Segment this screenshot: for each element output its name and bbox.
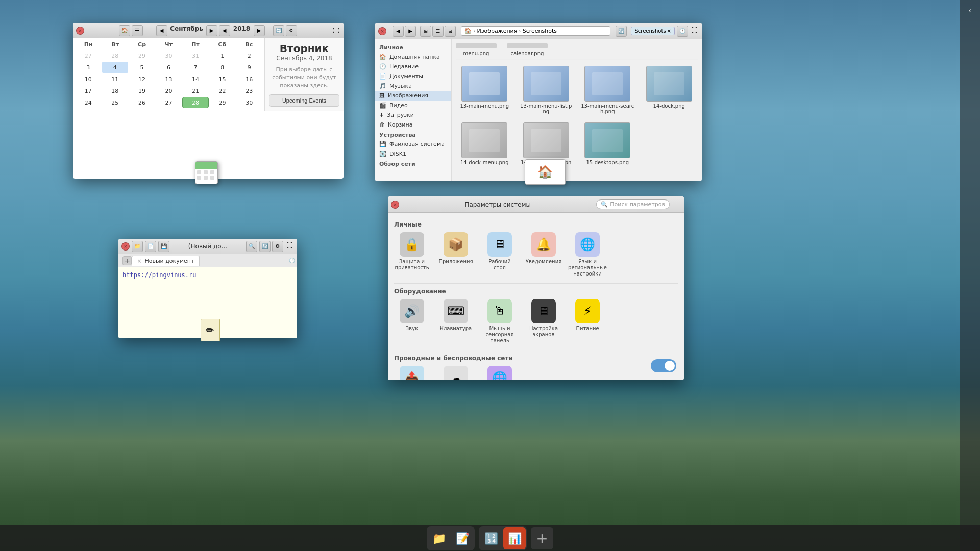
settings-close-btn[interactable]: × <box>391 201 399 209</box>
calendar-desktop-icon[interactable] <box>195 161 218 184</box>
list-item[interactable]: calendar.png <box>507 43 548 56</box>
fm-list-view-btn[interactable]: ☰ <box>432 26 444 37</box>
cal-day[interactable]: 11 <box>102 73 129 85</box>
toggle-switch[interactable] <box>651 359 676 372</box>
cal-day[interactable]: 31 <box>182 50 209 61</box>
fm-maximize-btn[interactable]: ⛶ <box>690 26 699 35</box>
editor-close-btn[interactable]: × <box>121 242 130 251</box>
list-item[interactable]: menu.png <box>456 43 497 56</box>
cal-nav-next-month[interactable]: ▶ <box>206 25 217 36</box>
fm-item-downloads[interactable]: ⬇ Загрузки <box>375 110 451 120</box>
cal-day[interactable]: 13 <box>156 73 182 85</box>
cal-day[interactable]: 16 <box>236 73 262 85</box>
cal-day[interactable]: 21 <box>182 85 209 96</box>
editor-desktop-icon[interactable]: ✏️ <box>199 319 222 344</box>
editor-new-btn[interactable]: 📄 <box>145 241 156 252</box>
editor-maximize-btn[interactable]: ⛶ <box>285 241 294 250</box>
settings-item-network[interactable]: 🌐 Сеть <box>482 366 518 380</box>
editor-files-btn[interactable]: 📁 <box>132 241 143 252</box>
list-item[interactable]: 15-desktops.png <box>579 120 636 173</box>
settings-maximize-btn[interactable]: ⛶ <box>672 200 681 209</box>
settings-item-mouse[interactable]: 🖱 Мышь и сенсорная панель <box>482 299 518 344</box>
cal-day[interactable]: 28 <box>102 50 129 61</box>
cal-day[interactable]: 30 <box>236 97 262 108</box>
calendar-maximize-btn[interactable]: ⛶ <box>331 26 340 35</box>
settings-item-desktop[interactable]: 🖥 Рабочий стол <box>482 232 518 277</box>
fm-item-documents[interactable]: 📄 Документы <box>375 71 451 81</box>
cal-day[interactable]: 2 <box>236 50 262 61</box>
fm-item-trash[interactable]: 🗑 Корзина <box>375 120 451 130</box>
panel-arrow-up[interactable]: ‹ <box>965 5 975 15</box>
settings-item-notifications[interactable]: 🔔 Уведомления <box>526 232 561 277</box>
upcoming-events-button[interactable]: Upcoming Events <box>269 94 339 107</box>
cal-day[interactable]: 6 <box>156 62 182 73</box>
settings-item-privacy[interactable]: 🔒 Защита и приватность <box>394 232 430 277</box>
fm-tab-close[interactable]: × <box>667 28 671 34</box>
settings-item-power[interactable]: ⚡ Питание <box>570 299 605 344</box>
list-item[interactable]: 14-dock.png <box>641 64 698 116</box>
fm-item-filesystem[interactable]: 💾 Файловая система <box>375 139 451 149</box>
cal-nav-prev-year[interactable]: ◀ <box>219 25 230 36</box>
cal-day[interactable]: 20 <box>156 85 182 96</box>
cal-day[interactable]: 3 <box>75 62 102 73</box>
cal-day[interactable]: 22 <box>209 85 236 96</box>
fm-back-btn[interactable]: ◀ <box>393 26 404 37</box>
editor-settings-btn[interactable]: ⚙ <box>272 241 283 252</box>
fm-close-btn[interactable]: × <box>378 27 386 35</box>
cal-day[interactable]: 8 <box>209 62 236 73</box>
cal-day[interactable]: 5 <box>129 62 155 73</box>
fm-icon-view-btn[interactable]: ⊞ <box>420 26 431 37</box>
cal-day[interactable]: 14 <box>182 73 209 85</box>
list-item[interactable]: 13-main-menu-search.png <box>579 64 636 116</box>
fm-item-disk1[interactable]: 💽 DISK1 <box>375 149 451 159</box>
fm-item-video[interactable]: 🎬 Видео <box>375 101 451 110</box>
settings-item-keyboard[interactable]: ⌨ Клавиатура <box>438 299 474 344</box>
cal-day[interactable]: 24 <box>75 97 102 108</box>
cal-day[interactable]: 15 <box>209 73 236 85</box>
cal-nav-prev-month[interactable]: ◀ <box>156 25 167 36</box>
settings-item-sound[interactable]: 🔊 Звук <box>394 299 430 344</box>
cal-day[interactable]: 9 <box>236 62 262 73</box>
cal-day[interactable]: 30 <box>156 50 182 61</box>
settings-item-sharing[interactable]: 📤 Общий доступ <box>394 366 430 380</box>
cal-day[interactable]: 1 <box>209 50 236 61</box>
taskbar-calculator-btn[interactable]: 🔢 <box>480 527 502 549</box>
fm-address-bar[interactable]: 🏠 › Изображения › Screenshots <box>461 26 610 36</box>
cal-day[interactable]: 7 <box>182 62 209 73</box>
fm-tab-screenshots[interactable]: Screenshots <box>634 28 666 34</box>
editor-sync-btn[interactable]: 🔄 <box>259 241 271 252</box>
list-item[interactable]: 13-main-menu.png <box>456 64 513 116</box>
fm-forward-btn[interactable]: ▶ <box>405 26 416 37</box>
cal-day[interactable]: 27 <box>75 50 102 61</box>
list-item[interactable]: 13-main-menu-list.png <box>518 64 575 116</box>
cal-day[interactable]: 27 <box>156 97 182 108</box>
taskbar-files-btn[interactable]: 📁 <box>428 527 450 549</box>
cal-settings-btn[interactable]: ⚙ <box>286 25 297 36</box>
list-item[interactable]: 14-dock-menu.png <box>456 120 513 173</box>
settings-item-online-accounts[interactable]: ☁ Сетевые аккаунты <box>438 366 474 380</box>
cal-day[interactable]: 29 <box>129 50 155 61</box>
cal-day-selected[interactable]: 4 <box>102 62 129 73</box>
fm-item-images[interactable]: 🖼 Изображения <box>375 91 451 101</box>
cal-btn-list[interactable]: ☰ <box>132 25 143 36</box>
settings-item-language[interactable]: 🌐 Язык и региональные настройки <box>570 232 605 277</box>
editor-new-tab-btn[interactable]: + <box>122 256 132 265</box>
cal-day-today[interactable]: 28 <box>182 97 209 108</box>
cal-nav-next-year[interactable]: ▶ <box>254 25 265 36</box>
cal-day[interactable]: 17 <box>75 85 102 96</box>
cal-btn-home[interactable]: 🏠 <box>119 25 130 36</box>
taskbar-presentation-btn[interactable]: 📊 <box>503 527 526 549</box>
cal-day[interactable]: 19 <box>129 85 155 96</box>
fm-item-home[interactable]: 🏠 Домашняя папка <box>375 52 451 62</box>
cal-day[interactable]: 10 <box>75 73 102 85</box>
cal-day[interactable]: 26 <box>129 97 155 108</box>
calendar-close-btn[interactable]: × <box>76 27 84 35</box>
editor-tab[interactable]: × Новый документ <box>132 256 200 266</box>
fm-refresh-btn[interactable]: 🔄 <box>616 26 627 37</box>
cal-day[interactable]: 29 <box>209 97 236 108</box>
settings-item-displays[interactable]: 🖥 Настройка экранов <box>526 299 561 344</box>
cal-day[interactable]: 23 <box>236 85 262 96</box>
cal-sync-btn[interactable]: 🔄 <box>273 25 284 36</box>
editor-search-btn[interactable]: 🔍 <box>246 241 257 252</box>
editor-tab-close[interactable]: × <box>137 258 141 264</box>
